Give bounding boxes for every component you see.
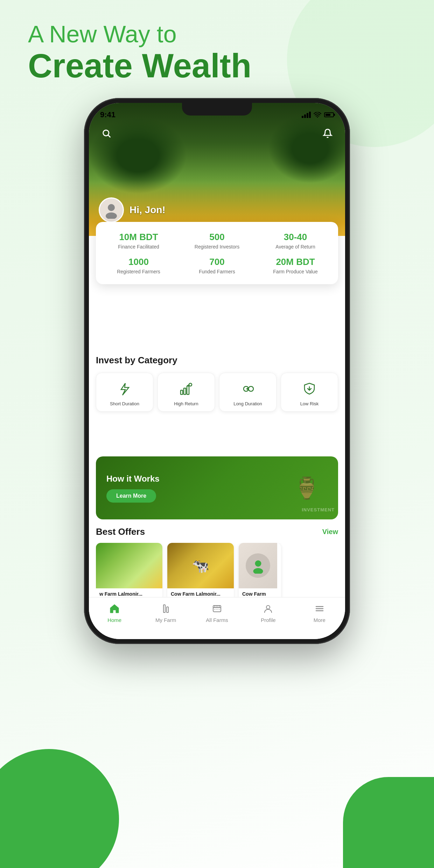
stat-item-4: 700 Funded Farmers xyxy=(181,257,253,274)
how-it-works-visual: 🏺 INVESTMENT xyxy=(275,456,338,519)
nav-profile-label: Profile xyxy=(261,617,276,623)
offer-name-0: w Farm Lalmonir... xyxy=(99,591,159,597)
bg-decoration-bottom xyxy=(0,749,119,868)
chart-icon xyxy=(177,380,195,398)
search-button[interactable] xyxy=(99,126,114,141)
stat-item-2: 30-40 Average of Return xyxy=(260,232,331,250)
person-icon xyxy=(250,558,266,574)
offer-name-2: Cow Farm xyxy=(242,591,278,597)
shield-down-icon xyxy=(301,380,318,398)
svg-rect-4 xyxy=(181,390,183,394)
status-time: 9:41 xyxy=(100,110,115,119)
status-icons xyxy=(302,112,334,118)
user-greeting: Hi, Jon! xyxy=(99,197,166,223)
stat-item-3: 1000 Registered Farmers xyxy=(103,257,174,274)
invest-by-category-title: Invest by Category xyxy=(96,355,338,366)
view-all-link[interactable]: View xyxy=(322,528,338,536)
stat-value-5: 20M BDT xyxy=(260,257,331,267)
category-label-2: Long Duration xyxy=(223,401,273,406)
category-high-return[interactable]: High Return xyxy=(158,373,215,412)
search-icon xyxy=(102,128,111,138)
stat-label-0: Finance Facilitated xyxy=(103,244,174,250)
offer-image-1: 🐄 xyxy=(167,543,234,588)
stat-item-1: 500 Registered Investors xyxy=(181,232,253,250)
best-offers-section: Best Offers View w Farm Lalmonir... 00,0… xyxy=(96,526,338,605)
wifi-icon xyxy=(314,112,321,118)
bolt-icon xyxy=(116,380,133,398)
phone-inner: 9:41 xyxy=(89,103,345,639)
category-label-1: High Return xyxy=(161,401,211,406)
svg-point-13 xyxy=(266,606,270,609)
header-title: Create Wealth xyxy=(28,47,251,84)
learn-more-button[interactable]: Learn More xyxy=(106,489,156,503)
svg-rect-11 xyxy=(167,607,168,612)
nav-myfarm[interactable]: My Farm xyxy=(140,602,191,623)
avatar-person-icon xyxy=(103,201,120,219)
stat-item-5: 20M BDT Farm Produce Value xyxy=(260,257,331,274)
battery-icon xyxy=(324,112,334,117)
nav-home[interactable]: Home xyxy=(89,602,140,623)
nav-home-label: Home xyxy=(107,617,121,623)
offers-header: Best Offers View xyxy=(96,526,338,537)
phone-outer: 9:41 xyxy=(84,98,350,644)
svg-point-0 xyxy=(317,117,318,118)
infinity-icon xyxy=(239,380,257,398)
more-icon xyxy=(314,603,325,614)
nav-allfarms[interactable]: All Farms xyxy=(191,602,243,623)
screen-content: 9:41 xyxy=(89,103,345,639)
stats-card: 10M BDT Finance Facilitated 500 Register… xyxy=(96,222,338,284)
stat-item-0: 10M BDT Finance Facilitated xyxy=(103,232,174,250)
stat-label-3: Registered Farmers xyxy=(103,269,174,274)
stat-label-4: Funded Farmers xyxy=(181,269,253,274)
offer-card-1[interactable]: 🐄 Cow Farm Lalmonir... 00,000 BDT/acr... xyxy=(167,543,234,605)
myfarm-icon xyxy=(161,603,171,614)
best-offers-title: Best Offers xyxy=(96,526,145,537)
allfarms-icon xyxy=(212,603,222,614)
stat-value-4: 700 xyxy=(181,257,253,267)
how-it-works-banner: How it Works Learn More 🏺 INVESTMENT xyxy=(96,456,338,519)
home-icon xyxy=(109,603,120,614)
svg-rect-10 xyxy=(163,605,165,612)
bell-icon xyxy=(323,128,332,138)
category-label-3: Low Risk xyxy=(285,401,334,406)
header-subtitle: A New Way to xyxy=(28,21,251,47)
offer-name-1: Cow Farm Lalmonir... xyxy=(171,591,230,597)
category-long-duration[interactable]: Long Duration xyxy=(219,373,276,412)
svg-point-8 xyxy=(255,560,261,567)
nav-profile[interactable]: Profile xyxy=(243,602,294,623)
top-bar xyxy=(89,126,345,141)
offer-card-0[interactable]: w Farm Lalmonir... 00,000 BDT/acr... xyxy=(96,543,162,605)
category-section: Invest by Category Short Duration xyxy=(96,355,338,412)
stat-value-1: 500 xyxy=(181,232,253,243)
stat-value-2: 30-40 xyxy=(260,232,331,243)
nav-allfarms-label: All Farms xyxy=(206,617,228,623)
greeting-text: Hi, Jon! xyxy=(130,204,166,216)
offer-card-2[interactable]: Cow Farm 00,000 BDT/acr... xyxy=(239,543,281,605)
notification-button[interactable] xyxy=(320,126,335,141)
stat-value-0: 10M BDT xyxy=(103,232,174,243)
investment-label: INVESTMENT xyxy=(302,507,335,512)
avatar xyxy=(99,197,124,223)
stats-grid: 10M BDT Finance Facilitated 500 Register… xyxy=(103,232,331,274)
nav-more[interactable]: More xyxy=(294,602,345,623)
header-section: A New Way to Create Wealth xyxy=(28,21,251,84)
svg-point-9 xyxy=(253,568,263,574)
stat-value-3: 1000 xyxy=(103,257,174,267)
nav-myfarm-label: My Farm xyxy=(155,617,176,623)
category-grid: Short Duration xyxy=(96,373,338,412)
svg-point-3 xyxy=(106,212,117,219)
phone-mockup: 9:41 xyxy=(84,98,350,644)
offer-image-2 xyxy=(239,543,277,588)
category-short-duration[interactable]: Short Duration xyxy=(96,373,153,412)
offer-image-0 xyxy=(96,543,162,588)
category-low-risk[interactable]: Low Risk xyxy=(281,373,338,412)
phone-notch xyxy=(182,103,252,115)
bottom-navigation: Home My Farm xyxy=(89,597,345,639)
nav-more-label: More xyxy=(314,617,326,623)
stat-label-5: Farm Produce Value xyxy=(260,269,331,274)
svg-point-2 xyxy=(108,204,115,211)
how-it-works-title: How it Works xyxy=(106,473,275,484)
corner-decoration xyxy=(343,777,434,868)
stat-label-1: Registered Investors xyxy=(181,244,253,250)
profile-icon xyxy=(263,603,273,614)
